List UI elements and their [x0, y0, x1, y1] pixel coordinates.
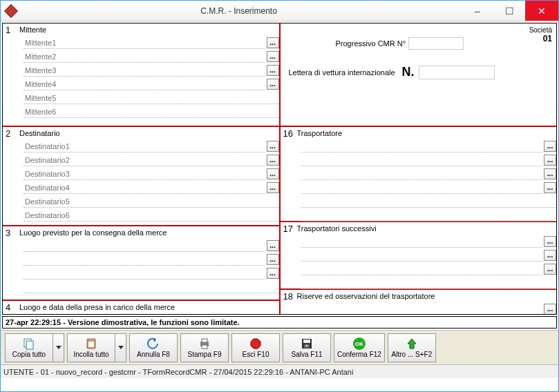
svg-rect-1: [26, 341, 33, 349]
trasportatore-line4-browse-button[interactable]: ...: [544, 182, 556, 193]
luogo-consegna-browse-button[interactable]: ...: [267, 240, 279, 251]
svg-point-12: [306, 345, 308, 347]
trasp-succ-line4[interactable]: [301, 277, 557, 289]
mittente3-browse-button[interactable]: ...: [267, 65, 279, 76]
destinatario2-browse-button[interactable]: ...: [267, 155, 279, 166]
progressivo-input[interactable]: [408, 37, 464, 50]
trasportatore-line1[interactable]: [301, 140, 543, 153]
stampa-label: Stampa F9: [188, 351, 222, 358]
luogo-consegna-line1[interactable]: [23, 239, 265, 252]
svg-rect-3: [89, 338, 93, 340]
box1-num: 1: [3, 25, 19, 35]
lettera-input[interactable]: [419, 66, 495, 79]
conferma-button[interactable]: OK Conferma F12: [334, 333, 385, 362]
arrow-up-icon: [405, 337, 419, 351]
destinatario3-browse-button[interactable]: ...: [267, 168, 279, 179]
close-button[interactable]: ✕: [525, 1, 558, 21]
destinatario1-browse-button[interactable]: ...: [267, 141, 279, 152]
riserve-line1[interactable]: [301, 303, 543, 315]
societa-label: Società: [529, 26, 552, 34]
save-icon: [300, 337, 314, 351]
incolla-tutto-button[interactable]: Incolla tutto: [67, 333, 115, 362]
mittente4-input[interactable]: [23, 78, 265, 90]
svg-rect-4: [88, 342, 94, 347]
box16-num: 16: [281, 128, 297, 139]
luogo-consegna-line4[interactable]: [23, 281, 279, 293]
mittente5-input[interactable]: [23, 92, 279, 104]
svg-text:OK: OK: [355, 341, 363, 347]
trasp-succ-browse-button[interactable]: ...: [544, 236, 556, 247]
window-title: C.M.R. - Inserimento: [16, 6, 462, 16]
destinatario1-input[interactable]: [23, 140, 265, 153]
altro-label: Altro ... S+F2: [392, 351, 433, 358]
esci-button[interactable]: Esci F10: [231, 333, 280, 362]
minimize-button[interactable]: –: [462, 1, 493, 21]
trasp-succ-line1[interactable]: [301, 235, 543, 248]
mittente1-input[interactable]: [23, 37, 265, 49]
box18-title: Riserve ed osservazioni del trasportator…: [297, 292, 435, 300]
mittente6-input[interactable]: [23, 106, 279, 118]
trasportatore-line2[interactable]: [301, 154, 543, 166]
lettera-label: Lettera di vettura internazionale: [289, 68, 395, 77]
annulla-button[interactable]: Annulla F8: [129, 333, 178, 362]
chevron-down-icon: [56, 346, 61, 349]
trasportatore-line3-browse-button[interactable]: ...: [544, 168, 556, 179]
undo-icon: [146, 337, 160, 351]
trasportatore-line4[interactable]: [301, 182, 543, 194]
destinatario5-input[interactable]: [23, 195, 279, 208]
box4-num: 4: [3, 302, 19, 313]
trasp-succ-line2[interactable]: [301, 249, 543, 262]
copia-tutto-button[interactable]: Copia tutto: [5, 333, 53, 362]
trasportatore-line6[interactable]: [301, 209, 557, 222]
mittente2-browse-button[interactable]: ...: [267, 51, 279, 62]
svg-marker-8: [251, 339, 260, 349]
stampa-button[interactable]: Stampa F9: [180, 333, 229, 362]
demo-message: 27-apr 22:29:15 - Versione dimostrativa,…: [6, 318, 240, 326]
box2-title: Destinatario: [19, 129, 60, 137]
destinatario2-input[interactable]: [23, 154, 265, 166]
annulla-label: Annulla F8: [137, 351, 170, 358]
esci-label: Esci F10: [243, 351, 269, 358]
trasportatore-line5[interactable]: [301, 195, 557, 208]
destinatario4-browse-button[interactable]: ...: [267, 182, 279, 193]
ok-icon: OK: [352, 337, 366, 351]
riserve-browse-button[interactable]: ...: [544, 304, 556, 315]
incolla-tutto-dropdown[interactable]: [115, 333, 126, 362]
destinatario6-input[interactable]: [23, 209, 279, 222]
trasp-succ-line3-browse-button[interactable]: ...: [544, 264, 556, 275]
trasp-succ-line2-browse-button[interactable]: ...: [544, 250, 556, 261]
maximize-button[interactable]: ☐: [493, 1, 525, 21]
altro-button[interactable]: Altro ... S+F2: [388, 333, 436, 362]
titlebar: C.M.R. - Inserimento – ☐ ✕: [1, 1, 558, 21]
trasportatore-line2-browse-button[interactable]: ...: [544, 155, 556, 166]
salva-button[interactable]: Salva F11: [283, 333, 331, 362]
trasportatore-browse-button[interactable]: ...: [544, 141, 556, 152]
societa-block: Società 01: [529, 26, 552, 43]
luogo-consegna-line3[interactable]: [23, 267, 265, 280]
box2-num: 2: [3, 128, 19, 139]
destinatario4-input[interactable]: [23, 182, 265, 194]
chevron-down-icon: [118, 346, 124, 349]
svg-rect-6: [202, 339, 207, 342]
mittente1-browse-button[interactable]: ...: [267, 37, 279, 48]
demo-message-bar: 27-apr 22:29:15 - Versione dimostrativa,…: [2, 316, 557, 329]
mittente4-browse-button[interactable]: ...: [267, 79, 279, 90]
copia-tutto-dropdown[interactable]: [53, 333, 64, 362]
trasportatore-line3[interactable]: [301, 168, 543, 180]
conferma-label: Conferma F12: [337, 351, 381, 358]
copia-tutto-label: Copia tutto: [12, 351, 46, 358]
luogo-consegna-line3-browse-button[interactable]: ...: [267, 268, 279, 279]
copy-icon: [22, 337, 36, 351]
toolbar: Copia tutto Incolla tutto Annulla F8 St: [1, 330, 558, 364]
mittente2-input[interactable]: [23, 50, 265, 63]
box3-num: 3: [3, 228, 19, 238]
trasp-succ-line3[interactable]: [301, 263, 543, 275]
luogo-consegna-line2[interactable]: [23, 253, 265, 266]
box1-title: Mittente: [19, 26, 46, 34]
luogo-consegna-line2-browse-button[interactable]: ...: [267, 254, 279, 265]
box17-title: Trasportatori successivi: [297, 224, 377, 233]
mittente3-input[interactable]: [23, 64, 265, 77]
n-label: N.: [402, 65, 415, 79]
progressivo-label: Progressivo CMR N°: [336, 39, 406, 48]
destinatario3-input[interactable]: [23, 168, 265, 180]
